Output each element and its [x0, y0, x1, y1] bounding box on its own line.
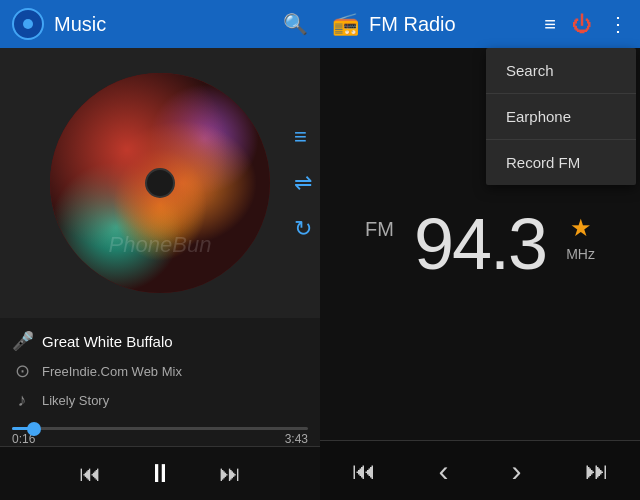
track-next: Likely Story	[42, 393, 109, 408]
radio-header-right: ≡ ⏻ ⋮	[544, 12, 628, 36]
music-panel: Music 🔍 ≡ ⇌ ↻ PhoneBun 🎤 Great White Buf…	[0, 0, 320, 500]
track-info: 🎤 Great White Buffalo ⊙ FreeIndie.Com We…	[0, 318, 320, 423]
music-logo-inner	[23, 19, 33, 29]
time-row: 0:16 3:43	[12, 432, 308, 446]
track-row-name: 🎤 Great White Buffalo	[12, 326, 308, 356]
watermark: PhoneBun	[109, 232, 212, 258]
album-art-center	[145, 168, 175, 198]
radio-header-left: 📻 FM Radio	[332, 11, 456, 37]
repeat-icon[interactable]: ↻	[294, 216, 312, 242]
mic-icon: 🎤	[12, 330, 32, 352]
track-row-next: ♪ Likely Story	[12, 386, 308, 415]
music-logo	[12, 8, 44, 40]
progress-area: 0:16 3:43	[0, 423, 320, 446]
radio-skip-back-button[interactable]: ⏮	[340, 449, 388, 493]
radio-skip-fwd-button[interactable]: ⏭	[573, 449, 621, 493]
sidebar-controls: ≡ ⇌ ↻	[294, 124, 312, 242]
fm-favorite-icon[interactable]: ★	[570, 214, 592, 242]
prev-button[interactable]: ⏮	[71, 457, 109, 491]
music-header-left: Music	[12, 8, 106, 40]
radio-next-button[interactable]: ›	[500, 446, 534, 496]
time-total: 3:43	[285, 432, 308, 446]
album-art	[50, 73, 270, 293]
radio-panel: 📻 FM Radio ≡ ⏻ ⋮ Search Earphone Record …	[320, 0, 640, 500]
music-search-icon[interactable]: 🔍	[283, 12, 308, 36]
radio-app-title: FM Radio	[369, 13, 456, 36]
dropdown-menu: Search Earphone Record FM	[486, 48, 636, 185]
queue-icon[interactable]: ≡	[294, 124, 312, 150]
fm-frequency: 94.3	[414, 208, 546, 280]
pause-button[interactable]: ⏸	[139, 454, 181, 493]
track-source: FreeIndie.Com Web Mix	[42, 364, 182, 379]
radio-header: 📻 FM Radio ≡ ⏻ ⋮	[320, 0, 640, 48]
radio-prev-button[interactable]: ‹	[427, 446, 461, 496]
radio-power-icon[interactable]: ⏻	[572, 13, 592, 36]
radio-nav: ⏮ ‹ › ⏭	[320, 440, 640, 500]
radio-list-icon[interactable]: ≡	[544, 13, 556, 36]
progress-knob[interactable]	[27, 422, 41, 436]
fm-band-label: FM	[365, 218, 394, 241]
dropdown-item-search[interactable]: Search	[486, 48, 636, 94]
radio-more-icon[interactable]: ⋮	[608, 12, 628, 36]
dropdown-item-record[interactable]: Record FM	[486, 140, 636, 185]
fm-freq-row: FM 94.3 ★ MHz	[340, 208, 620, 280]
album-art-container: ≡ ⇌ ↻ PhoneBun	[0, 48, 320, 318]
fm-unit-label: MHz	[566, 246, 595, 262]
track-name: Great White Buffalo	[42, 333, 173, 350]
player-controls: ⏮ ⏸ ⏭	[0, 446, 320, 500]
fm-star-col: ★ MHz	[566, 214, 595, 262]
radio-antenna-icon: 📻	[332, 11, 359, 37]
dropdown-item-earphone[interactable]: Earphone	[486, 94, 636, 140]
track-row-source: ⊙ FreeIndie.Com Web Mix	[12, 356, 308, 386]
music-app-title: Music	[54, 13, 106, 36]
next-button[interactable]: ⏭	[211, 457, 249, 491]
disc-icon: ⊙	[12, 360, 32, 382]
shuffle-icon[interactable]: ⇌	[294, 170, 312, 196]
note-icon: ♪	[12, 390, 32, 411]
progress-bar[interactable]	[12, 427, 308, 430]
music-header: Music 🔍	[0, 0, 320, 48]
